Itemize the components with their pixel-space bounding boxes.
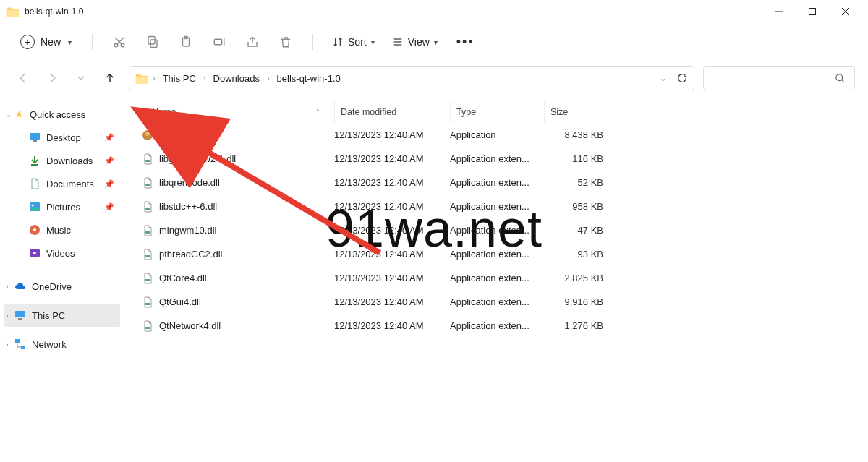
sidebar-item-label: Videos [46,248,75,259]
file-modified: 12/13/2023 12:40 AM [334,225,450,236]
delete-button[interactable] [272,29,299,55]
dll-icon [142,177,153,189]
file-type: Application exten... [450,153,544,164]
svg-rect-47 [145,327,148,329]
table-row[interactable]: bells-qt12/13/2023 12:40 AMApplication8,… [139,123,868,147]
table-row[interactable]: libqrencode.dll12/13/2023 12:40 AMApplic… [139,171,868,194]
back-button[interactable] [13,68,33,88]
pin-icon: 📌 [104,133,114,142]
sidebar-item-desktop[interactable]: Desktop 📌 [4,126,120,149]
svg-point-32 [145,132,150,136]
dll-icon [142,296,153,308]
plus-icon: + [20,35,35,49]
recent-button[interactable] [71,68,91,88]
file-type: Application [450,129,544,140]
file-size: 116 KB [544,153,609,164]
file-modified: 12/13/2023 12:40 AM [334,249,450,260]
sidebar-item-this-pc[interactable]: › This PC [4,304,120,327]
sidebar-item-pictures[interactable]: Pictures 📌 [4,195,120,218]
maximize-button[interactable] [796,0,829,23]
dll-icon [142,273,153,284]
breadcrumb-current[interactable]: bells-qt-win-1.0 [274,72,344,85]
refresh-button[interactable] [676,72,688,84]
dll-icon [142,153,153,165]
breadcrumb-sep[interactable]: › [153,74,156,82]
share-button[interactable] [239,29,266,55]
file-size: 52 KB [544,177,609,188]
pin-icon: 📌 [104,202,114,212]
table-row[interactable]: libstdc++-6.dll12/13/2023 12:40 AMApplic… [139,194,868,218]
new-button[interactable]: + New ▾ [13,30,79,54]
table-row[interactable]: QtCore4.dll12/13/2023 12:40 AMApplicatio… [139,266,868,290]
sidebar-item-downloads[interactable]: Downloads 📌 [4,149,120,172]
sidebar-item-label: Downloads [46,155,93,166]
navigation-sidebar: ⌄ ★ Quick access Desktop 📌 Downloads 📌 D… [0,95,124,462]
forward-button[interactable] [42,68,62,88]
sidebar-item-label: Music [46,225,71,236]
sidebar-item-onedrive[interactable]: › OneDrive [4,275,120,298]
title-bar: bells-qt-win-1.0 [0,0,868,23]
network-icon [14,338,26,350]
sidebar-quick-access[interactable]: ⌄ ★ Quick access [4,103,120,126]
table-row[interactable]: libgcc_s_dw2-1.dll12/13/2023 12:40 AMApp… [139,147,868,171]
chevron-right-icon: › [6,283,8,291]
file-name: libgcc_s_dw2-1.dll [159,153,236,164]
chevron-right-icon: › [6,312,8,320]
svg-rect-44 [148,279,150,281]
breadcrumb-downloads[interactable]: Downloads [210,72,263,85]
sidebar-item-label: Quick access [30,109,85,120]
search-input[interactable] [703,66,855,90]
svg-rect-41 [145,255,148,257]
file-type: Application exten... [450,273,544,283]
column-name[interactable]: Name ˄ [139,101,334,123]
file-name: QtCore4.dll [159,273,207,283]
breadcrumb-sep[interactable]: › [267,74,270,82]
svg-rect-34 [148,160,150,162]
column-size[interactable]: Size [544,101,609,123]
file-name: QtGui4.dll [159,296,201,307]
videos-icon [29,247,41,259]
sidebar-item-label: Network [32,339,67,350]
minimize-button[interactable] [762,0,796,23]
cut-button[interactable] [106,29,133,55]
table-row[interactable]: mingwm10.dll12/13/2023 12:40 AMApplicati… [139,218,868,242]
column-type[interactable]: Type [450,101,544,123]
sort-button[interactable]: Sort ▾ [326,36,380,48]
svg-rect-9 [148,37,155,45]
toolbar: + New ▾ Sort ▾ View ▾ ••• [0,23,868,61]
svg-rect-19 [30,133,40,140]
document-icon [29,178,41,189]
table-row[interactable]: QtNetwork4.dll12/13/2023 12:40 AMApplica… [139,314,868,338]
breadcrumb-this-pc[interactable]: This PC [160,72,199,85]
address-bar[interactable]: › This PC › Downloads › bells-qt-win-1.0… [129,66,694,90]
svg-rect-35 [145,184,148,186]
column-modified[interactable]: Date modified [334,101,450,123]
sidebar-item-music[interactable]: Music [4,218,120,241]
toolbar-divider [92,34,93,50]
copy-button[interactable] [139,29,166,55]
svg-rect-29 [15,339,20,343]
search-icon [835,73,846,84]
sidebar-item-videos[interactable]: Videos [4,241,120,265]
file-size: 8,438 KB [544,129,609,140]
sidebar-item-documents[interactable]: Documents 📌 [4,172,120,195]
sidebar-item-label: OneDrive [32,281,72,292]
sidebar-item-network[interactable]: › Network [4,333,120,356]
breadcrumb-sep[interactable]: › [203,74,206,82]
view-button[interactable]: View ▾ [386,36,443,48]
chevron-down-icon: ▾ [68,38,72,46]
toolbar-divider [312,34,313,50]
folder-icon [135,73,148,83]
window-title: bells-qt-win-1.0 [25,7,83,17]
file-name: pthreadGC2.dll [159,249,222,260]
sidebar-item-label: Pictures [46,202,80,213]
table-row[interactable]: QtGui4.dll12/13/2023 12:40 AMApplication… [139,290,868,314]
file-modified: 12/13/2023 12:40 AM [334,296,450,307]
close-button[interactable] [829,0,862,23]
up-button[interactable] [100,68,120,88]
table-row[interactable]: pthreadGC2.dll12/13/2023 12:40 AMApplica… [139,242,868,266]
paste-button[interactable] [172,29,200,55]
rename-button[interactable] [205,29,233,55]
chevron-down-icon[interactable]: ⌄ [660,74,666,83]
more-button[interactable]: ••• [449,35,482,50]
